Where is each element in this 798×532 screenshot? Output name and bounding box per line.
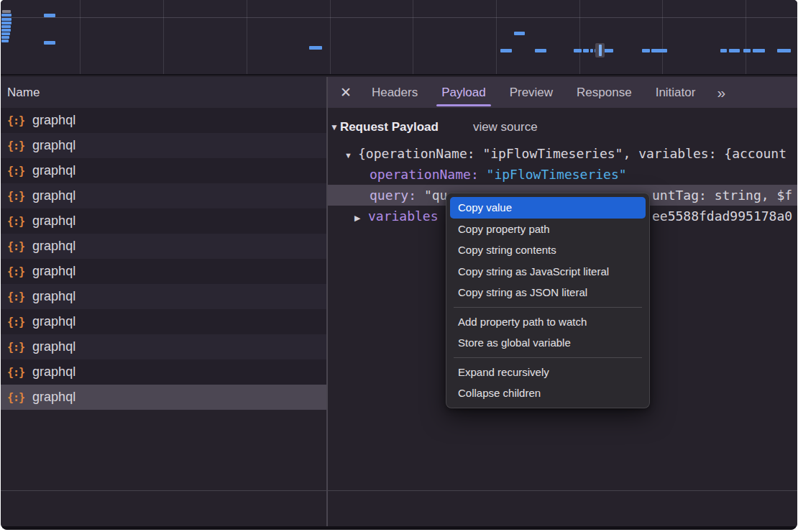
name-column-header[interactable]: Name <box>1 77 326 108</box>
network-timeline-bar <box>44 41 55 45</box>
payload-root-row[interactable]: ▼{operationName: "ipFlowTimeseries", var… <box>328 143 797 164</box>
request-payload-title: Request Payload <box>340 120 439 134</box>
network-request-row[interactable]: {:}graphql <box>1 385 326 410</box>
context-menu-item-copy-value[interactable]: Copy value <box>450 197 646 219</box>
status-footer <box>1 490 797 526</box>
tab-response[interactable]: Response <box>577 77 632 108</box>
request-name-label: graphql <box>32 214 75 229</box>
timeline-gridline <box>746 0 746 74</box>
tab-headers[interactable]: Headers <box>372 77 418 108</box>
network-request-row[interactable]: {:}graphql <box>1 259 326 284</box>
expand-triangle-icon[interactable]: ▶ <box>354 208 368 226</box>
more-tabs-icon[interactable]: » <box>717 84 724 101</box>
network-timeline-bar <box>729 49 740 52</box>
request-name-label: graphql <box>32 289 75 304</box>
network-request-row[interactable]: {:}graphql <box>1 133 326 158</box>
network-request-row[interactable]: {:}graphql <box>1 108 326 133</box>
tab-initiator[interactable]: Initiator <box>656 77 696 108</box>
timeline-gridline <box>662 0 663 74</box>
timeline-bar-gray <box>2 10 11 13</box>
window-bottom-edge <box>1 526 797 530</box>
json-value-fragment: ee5588fdad995178a0 <box>652 206 792 226</box>
json-key: operationName: <box>370 167 479 182</box>
view-source-link[interactable]: view source <box>473 120 538 134</box>
network-timeline-bar <box>777 49 791 52</box>
json-braces-icon: {:} <box>7 391 24 404</box>
json-braces-icon: {:} <box>7 290 24 303</box>
network-timeline-bar <box>604 49 613 52</box>
network-timeline-bar <box>1 32 10 35</box>
context-menu-item-copy-string-contents[interactable]: Copy string contents <box>446 239 649 261</box>
json-braces-icon: {:} <box>7 215 24 228</box>
network-timeline-bar <box>642 49 650 52</box>
detail-tab-bar: ✕ HeadersPayloadPreviewResponseInitiator… <box>328 77 797 108</box>
json-key: variables <box>368 208 439 224</box>
json-key: query: <box>370 188 416 203</box>
payload-row-operation-name[interactable]: operationName: "ipFlowTimeseries" <box>328 164 797 185</box>
payload-object-preview: {operationName: "ipFlowTimeseries", vari… <box>358 146 786 161</box>
timeline-gridline <box>413 0 413 74</box>
network-timeline-bar <box>1 25 11 28</box>
collapse-triangle-icon[interactable]: ▼ <box>344 145 358 164</box>
json-braces-icon: {:} <box>7 114 24 127</box>
network-timeline-bar <box>535 49 546 52</box>
tab-payload[interactable]: Payload <box>441 77 485 108</box>
json-braces-icon: {:} <box>7 316 24 329</box>
context-menu-separator <box>454 307 642 308</box>
network-timeline-bar <box>1 22 12 24</box>
close-icon[interactable]: ✕ <box>340 84 352 101</box>
network-timeline-bar <box>1 40 9 42</box>
timeline-selected-indicator <box>595 43 605 58</box>
request-name-label: graphql <box>32 163 75 178</box>
network-timeline-bar <box>583 49 589 52</box>
network-timeline-bar <box>1 29 11 32</box>
request-name-label: graphql <box>32 390 75 405</box>
network-request-row[interactable]: {:}graphql <box>1 234 326 259</box>
timeline-gridline <box>80 0 81 74</box>
network-request-row[interactable]: {:}graphql <box>1 158 326 183</box>
json-string-value-start: "qu <box>424 188 448 203</box>
tab-preview[interactable]: Preview <box>510 77 553 108</box>
timeline-gridline <box>247 0 247 74</box>
collapse-triangle-icon[interactable]: ▼ <box>330 122 339 132</box>
context-menu-item-copy-string-as-javascript-literal[interactable]: Copy string as JavaScript literal <box>446 261 649 283</box>
network-request-row[interactable]: {:}graphql <box>1 208 326 234</box>
json-braces-icon: {:} <box>7 139 24 152</box>
request-name-label: graphql <box>32 364 75 380</box>
json-braces-icon: {:} <box>7 366 24 379</box>
network-overview-timeline[interactable] <box>1 0 797 75</box>
pane-divider[interactable] <box>326 77 328 526</box>
json-braces-icon: {:} <box>7 265 24 278</box>
context-menu-item-copy-string-as-json-literal[interactable]: Copy string as JSON literal <box>446 282 649 303</box>
request-payload-section[interactable]: ▼ Request Payload view source <box>328 117 797 137</box>
network-timeline-bar <box>743 49 751 52</box>
timeline-gridline <box>496 0 497 74</box>
context-menu-item-collapse-children[interactable]: Collapse children <box>446 382 649 404</box>
network-timeline-bar <box>574 49 582 52</box>
request-name-label: graphql <box>32 239 75 254</box>
network-request-row[interactable]: {:}graphql <box>1 183 326 208</box>
context-menu-item-store-as-global-variable[interactable]: Store as global variable <box>446 332 649 354</box>
devtools-screenshot: Name ✕ HeadersPayloadPreviewResponseInit… <box>0 0 798 532</box>
json-braces-icon: {:} <box>7 341 24 354</box>
devtools-network-panel: Name ✕ HeadersPayloadPreviewResponseInit… <box>1 0 797 530</box>
network-request-row[interactable]: {:}graphql <box>1 284 326 309</box>
network-timeline-bar <box>753 49 765 52</box>
context-menu-item-expand-recursively[interactable]: Expand recursively <box>446 362 649 383</box>
timeline-gridline <box>1 17 797 18</box>
network-request-row[interactable]: {:}graphql <box>1 359 326 385</box>
network-request-row[interactable]: {:}graphql <box>1 334 326 359</box>
timeline-gridline <box>579 0 580 74</box>
json-braces-icon: {:} <box>7 165 24 178</box>
network-request-row[interactable]: {:}graphql <box>1 309 326 334</box>
network-timeline-bar <box>514 32 525 35</box>
context-menu-item-copy-property-path[interactable]: Copy property path <box>446 219 649 240</box>
network-timeline-bar <box>1 18 12 21</box>
network-timeline-bar <box>500 49 512 52</box>
network-timeline-bar <box>590 49 593 52</box>
detail-tabs: HeadersPayloadPreviewResponseInitiator <box>372 77 695 108</box>
request-name-label: graphql <box>32 314 75 329</box>
context-menu-item-add-property-path-to-watch[interactable]: Add property path to watch <box>446 311 649 333</box>
network-request-list: {:}graphql{:}graphql{:}graphql{:}graphql… <box>1 108 326 410</box>
request-name-label: graphql <box>32 339 75 354</box>
